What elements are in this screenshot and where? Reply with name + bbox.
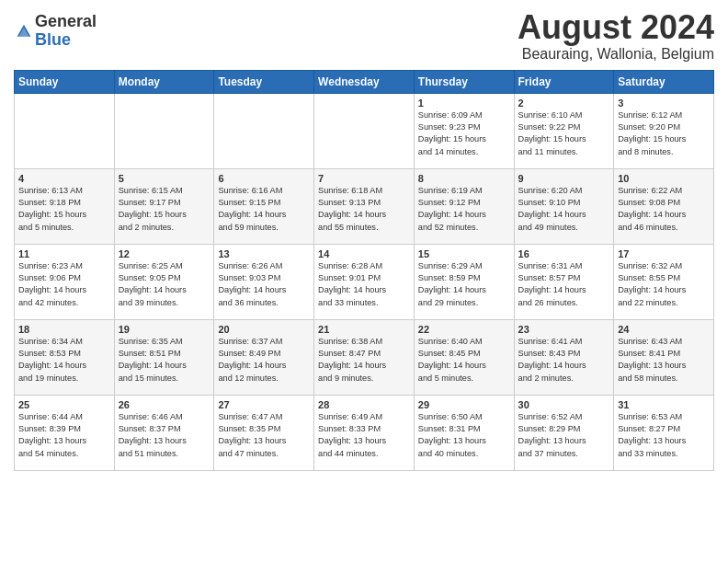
page: General Blue August 2024 Beauraing, Wall… bbox=[0, 0, 728, 480]
day-info: Sunrise: 6:16 AM Sunset: 9:15 PM Dayligh… bbox=[218, 185, 310, 234]
main-title: August 2024 bbox=[518, 9, 714, 46]
day-info: Sunrise: 6:34 AM Sunset: 8:53 PM Dayligh… bbox=[18, 336, 110, 385]
day-number: 31 bbox=[618, 399, 710, 410]
day-number: 12 bbox=[119, 248, 210, 259]
day-info: Sunrise: 6:41 AM Sunset: 8:43 PM Dayligh… bbox=[518, 336, 610, 385]
calendar-cell: 16Sunrise: 6:31 AM Sunset: 8:57 PM Dayli… bbox=[514, 244, 614, 319]
calendar-cell: 26Sunrise: 6:46 AM Sunset: 8:37 PM Dayli… bbox=[114, 395, 214, 470]
day-number: 14 bbox=[318, 248, 410, 259]
day-info: Sunrise: 6:46 AM Sunset: 8:37 PM Dayligh… bbox=[119, 411, 210, 460]
day-number: 9 bbox=[518, 173, 610, 184]
subtitle: Beauraing, Wallonia, Belgium bbox=[518, 46, 714, 63]
header: General Blue August 2024 Beauraing, Wall… bbox=[14, 9, 714, 63]
header-row: SundayMondayTuesdayWednesdayThursdayFrid… bbox=[15, 70, 714, 93]
day-info: Sunrise: 6:40 AM Sunset: 8:45 PM Dayligh… bbox=[418, 336, 510, 385]
day-number: 21 bbox=[318, 324, 410, 335]
calendar-cell: 17Sunrise: 6:32 AM Sunset: 8:55 PM Dayli… bbox=[614, 244, 714, 319]
calendar-week-2: 4Sunrise: 6:13 AM Sunset: 9:18 PM Daylig… bbox=[15, 168, 714, 244]
day-number: 27 bbox=[218, 399, 310, 410]
day-number: 20 bbox=[218, 324, 310, 335]
day-info: Sunrise: 6:47 AM Sunset: 8:35 PM Dayligh… bbox=[218, 411, 310, 460]
calendar-week-3: 11Sunrise: 6:23 AM Sunset: 9:06 PM Dayli… bbox=[15, 244, 714, 319]
calendar-cell: 4Sunrise: 6:13 AM Sunset: 9:18 PM Daylig… bbox=[15, 168, 115, 244]
day-info: Sunrise: 6:50 AM Sunset: 8:31 PM Dayligh… bbox=[418, 411, 510, 460]
calendar-cell: 3Sunrise: 6:12 AM Sunset: 9:20 PM Daylig… bbox=[614, 93, 714, 168]
calendar-cell bbox=[314, 93, 415, 168]
day-info: Sunrise: 6:38 AM Sunset: 8:47 PM Dayligh… bbox=[318, 336, 410, 385]
day-info: Sunrise: 6:09 AM Sunset: 9:23 PM Dayligh… bbox=[418, 109, 510, 158]
day-number: 11 bbox=[18, 248, 110, 259]
day-info: Sunrise: 6:43 AM Sunset: 8:41 PM Dayligh… bbox=[618, 336, 710, 385]
day-info: Sunrise: 6:29 AM Sunset: 8:59 PM Dayligh… bbox=[418, 260, 510, 309]
day-number: 7 bbox=[318, 173, 410, 184]
day-number: 16 bbox=[518, 248, 610, 259]
calendar-cell: 25Sunrise: 6:44 AM Sunset: 8:39 PM Dayli… bbox=[15, 395, 115, 470]
day-header-monday: Monday bbox=[114, 70, 214, 93]
day-number: 24 bbox=[618, 324, 710, 335]
calendar-cell: 5Sunrise: 6:15 AM Sunset: 9:17 PM Daylig… bbox=[114, 168, 214, 244]
day-info: Sunrise: 6:15 AM Sunset: 9:17 PM Dayligh… bbox=[119, 185, 210, 234]
day-number: 4 bbox=[18, 173, 110, 184]
day-info: Sunrise: 6:12 AM Sunset: 9:20 PM Dayligh… bbox=[618, 109, 710, 158]
calendar-cell: 30Sunrise: 6:52 AM Sunset: 8:29 PM Dayli… bbox=[514, 395, 614, 470]
logo-general: General bbox=[35, 12, 97, 30]
day-info: Sunrise: 6:10 AM Sunset: 9:22 PM Dayligh… bbox=[518, 109, 610, 158]
day-number: 18 bbox=[18, 324, 110, 335]
calendar-body: 1Sunrise: 6:09 AM Sunset: 9:23 PM Daylig… bbox=[15, 93, 714, 470]
day-info: Sunrise: 6:22 AM Sunset: 9:08 PM Dayligh… bbox=[618, 185, 710, 234]
day-info: Sunrise: 6:19 AM Sunset: 9:12 PM Dayligh… bbox=[418, 185, 510, 234]
day-info: Sunrise: 6:35 AM Sunset: 8:51 PM Dayligh… bbox=[119, 336, 210, 385]
day-number: 15 bbox=[418, 248, 510, 259]
calendar-cell: 15Sunrise: 6:29 AM Sunset: 8:59 PM Dayli… bbox=[414, 244, 514, 319]
day-info: Sunrise: 6:25 AM Sunset: 9:05 PM Dayligh… bbox=[119, 260, 210, 309]
day-number: 5 bbox=[119, 173, 210, 184]
calendar-cell: 6Sunrise: 6:16 AM Sunset: 9:15 PM Daylig… bbox=[214, 168, 314, 244]
calendar-header: SundayMondayTuesdayWednesdayThursdayFrid… bbox=[15, 70, 714, 93]
calendar-cell: 28Sunrise: 6:49 AM Sunset: 8:33 PM Dayli… bbox=[314, 395, 415, 470]
calendar-cell: 29Sunrise: 6:50 AM Sunset: 8:31 PM Dayli… bbox=[414, 395, 514, 470]
calendar-cell: 20Sunrise: 6:37 AM Sunset: 8:49 PM Dayli… bbox=[214, 319, 314, 395]
logo-icon bbox=[16, 23, 32, 40]
day-header-saturday: Saturday bbox=[614, 70, 714, 93]
day-header-tuesday: Tuesday bbox=[214, 70, 314, 93]
calendar-cell: 22Sunrise: 6:40 AM Sunset: 8:45 PM Dayli… bbox=[414, 319, 514, 395]
day-number: 6 bbox=[218, 173, 310, 184]
title-area: August 2024 Beauraing, Wallonia, Belgium bbox=[518, 9, 714, 63]
day-info: Sunrise: 6:28 AM Sunset: 9:01 PM Dayligh… bbox=[318, 260, 410, 309]
day-info: Sunrise: 6:13 AM Sunset: 9:18 PM Dayligh… bbox=[18, 185, 110, 234]
day-number: 3 bbox=[618, 98, 710, 109]
calendar-cell: 31Sunrise: 6:53 AM Sunset: 8:27 PM Dayli… bbox=[614, 395, 714, 470]
day-info: Sunrise: 6:37 AM Sunset: 8:49 PM Dayligh… bbox=[218, 336, 310, 385]
day-number: 28 bbox=[318, 399, 410, 410]
day-header-friday: Friday bbox=[514, 70, 614, 93]
day-number: 23 bbox=[518, 324, 610, 335]
calendar-cell bbox=[15, 93, 115, 168]
calendar-cell: 13Sunrise: 6:26 AM Sunset: 9:03 PM Dayli… bbox=[214, 244, 314, 319]
calendar-cell: 12Sunrise: 6:25 AM Sunset: 9:05 PM Dayli… bbox=[114, 244, 214, 319]
day-info: Sunrise: 6:26 AM Sunset: 9:03 PM Dayligh… bbox=[218, 260, 310, 309]
calendar-cell bbox=[114, 93, 214, 168]
day-number: 17 bbox=[618, 248, 710, 259]
day-number: 22 bbox=[418, 324, 510, 335]
calendar-week-1: 1Sunrise: 6:09 AM Sunset: 9:23 PM Daylig… bbox=[15, 93, 714, 168]
calendar-cell: 9Sunrise: 6:20 AM Sunset: 9:10 PM Daylig… bbox=[514, 168, 614, 244]
day-number: 2 bbox=[518, 98, 610, 109]
calendar-cell: 8Sunrise: 6:19 AM Sunset: 9:12 PM Daylig… bbox=[414, 168, 514, 244]
calendar-cell: 23Sunrise: 6:41 AM Sunset: 8:43 PM Dayli… bbox=[514, 319, 614, 395]
calendar-week-5: 25Sunrise: 6:44 AM Sunset: 8:39 PM Dayli… bbox=[15, 395, 714, 470]
day-info: Sunrise: 6:23 AM Sunset: 9:06 PM Dayligh… bbox=[18, 260, 110, 309]
day-number: 10 bbox=[618, 173, 710, 184]
logo-blue: Blue bbox=[35, 30, 71, 49]
day-info: Sunrise: 6:31 AM Sunset: 8:57 PM Dayligh… bbox=[518, 260, 610, 309]
day-number: 1 bbox=[418, 98, 510, 109]
logo-text: General Blue bbox=[35, 13, 97, 50]
calendar-cell bbox=[214, 93, 314, 168]
logo: General Blue bbox=[14, 13, 97, 50]
day-info: Sunrise: 6:44 AM Sunset: 8:39 PM Dayligh… bbox=[18, 411, 110, 460]
calendar-cell: 21Sunrise: 6:38 AM Sunset: 8:47 PM Dayli… bbox=[314, 319, 415, 395]
day-info: Sunrise: 6:53 AM Sunset: 8:27 PM Dayligh… bbox=[618, 411, 710, 460]
day-number: 29 bbox=[418, 399, 510, 410]
day-info: Sunrise: 6:49 AM Sunset: 8:33 PM Dayligh… bbox=[318, 411, 410, 460]
day-header-sunday: Sunday bbox=[15, 70, 115, 93]
calendar-cell: 24Sunrise: 6:43 AM Sunset: 8:41 PM Dayli… bbox=[614, 319, 714, 395]
